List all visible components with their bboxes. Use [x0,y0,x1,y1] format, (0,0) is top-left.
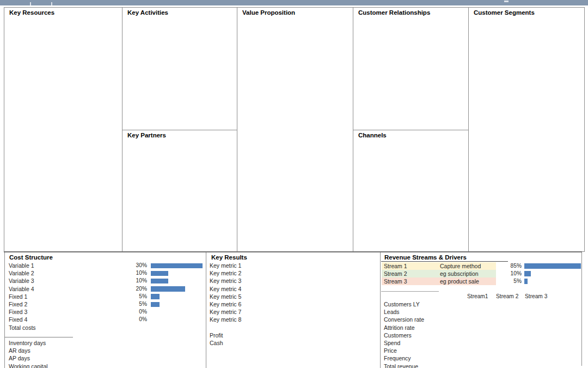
revenue-bar-value: 5% [500,277,522,285]
cost-row-value[interactable]: 5% [125,300,147,308]
panel-title: Customer Segments [469,8,584,16]
driver-row: Customers LY [384,300,420,308]
cost-row-value[interactable]: 10% [125,269,147,277]
cost-bar [151,271,168,276]
cost-row-label: Variable 3 [9,277,34,285]
stream-row[interactable]: Stream 1 Capture method [382,262,496,270]
key-results-title: Key Results [211,254,247,261]
panel-title: Customer Relationships [353,8,468,16]
cost-row-value[interactable]: 10% [125,277,147,285]
key-metric-row: Key metric 3 [210,277,241,285]
cost-bar [151,302,160,307]
bottom-section-right-border [581,252,582,366]
revenue-category-label: Stream 3 [525,293,547,300]
key-metric-row: Key metric 5 [210,293,241,300]
stream-method: eg product sale [440,277,479,285]
cash-row: Cash [210,339,223,347]
panel-title: Key Activities [122,8,237,16]
driver-row: Spend [384,339,400,347]
profit-row: Profit [210,331,223,339]
cost-bar [151,263,203,269]
key-metric-row: Key metric 4 [210,285,241,293]
panel-customer-segments[interactable]: Customer Segments [468,7,585,252]
stream-method: eg subscription [440,270,479,277]
cost-row-label: Variable 1 [9,262,34,269]
revenue-bar-value: 10% [500,270,522,277]
panel-customer-relationships[interactable]: Customer Relationships [353,7,469,130]
panel-value-proposition[interactable]: Value Proposition [237,7,353,252]
revenue-bar-value: 85% [500,262,522,270]
titlebar-text-fragment [504,1,509,2]
stream-name: Stream 3 [384,277,407,285]
working-capital-row: AR days [9,347,30,354]
driver-row: Leads [384,308,400,316]
cost-row-value[interactable]: 0% [125,308,147,316]
stream-method: Capture method [440,262,481,270]
working-capital-row: AP days [9,354,30,362]
revenue-title-rule [381,261,508,262]
panel-title: Key Partners [122,130,237,138]
revenue-bar [524,263,581,269]
key-metric-row: Key metric 6 [210,300,241,308]
cost-row-value[interactable]: 30% [125,262,147,269]
working-capital-row: Working capital [9,363,48,368]
panel-title: Value Proposition [237,8,353,16]
panel-key-resources[interactable]: Key Resources [4,7,122,252]
revenue-bar [524,279,528,284]
cost-bar [151,279,168,284]
cost-row-label: Fixed 2 [9,300,27,308]
stream-name: Stream 1 [384,262,407,270]
spreadsheet-canvas-page: Key Resources Key Activities Key Partner… [0,0,588,368]
cost-structure-title: Cost Structure [9,254,53,261]
key-metric-row: Key metric 1 [210,262,241,269]
cost-keyresults-divider [206,252,206,368]
panel-title: Channels [353,130,468,138]
titlebar-text-fragment [51,2,52,5]
cost-row-value[interactable]: 5% [125,293,147,300]
cost-row-value[interactable]: 20% [125,285,147,293]
cost-row-label: Fixed 3 [9,308,27,316]
cost-subtotal-rule [4,337,73,337]
cost-bar [151,294,160,299]
key-metric-row: Key metric 8 [210,316,241,323]
bottom-section-top-border [4,251,582,252]
driver-row: Frequency [384,354,411,362]
revenue-category-label: Stream 2 [496,293,518,300]
cost-row-label: Fixed 4 [9,316,27,323]
cost-row-label: Total costs [9,324,36,331]
driver-row: Attrition rate [384,324,415,331]
driver-row: Price [384,347,397,354]
titlebar [0,0,588,5]
cost-row-label: Fixed 1 [9,293,27,300]
titlebar-text-fragment [30,2,31,5]
driver-row: Total revenue [384,363,418,368]
stream-name: Stream 2 [384,270,407,277]
keyresults-revenue-divider [380,252,381,368]
cost-row-label: Variable 2 [9,269,34,277]
revenue-streams-title: Revenue Streams & Drivers [384,254,467,261]
stream-row[interactable]: Stream 2 eg subscription [382,270,496,277]
revenue-category-label: Stream1 [467,293,488,300]
driver-row: Customers [384,331,412,339]
key-metric-row: Key metric 7 [210,308,241,316]
panel-key-partners[interactable]: Key Partners [122,130,237,252]
panel-key-activities[interactable]: Key Activities [122,7,237,130]
driver-row: Conversion rate [384,316,424,323]
cost-row-value[interactable]: 0% [125,316,147,323]
working-capital-row: Inventory days [9,339,46,347]
cost-bar [151,286,185,292]
panel-title: Key Resources [4,8,122,16]
panel-channels[interactable]: Channels [353,130,469,252]
stream-row[interactable]: Stream 3 eg product sale [382,277,496,285]
revenue-drivers-rule [381,291,439,292]
key-metric-row: Key metric 2 [210,269,241,277]
bottom-section-left-border [4,252,5,368]
revenue-bar [524,271,531,276]
cost-row-label: Variable 4 [9,285,34,293]
